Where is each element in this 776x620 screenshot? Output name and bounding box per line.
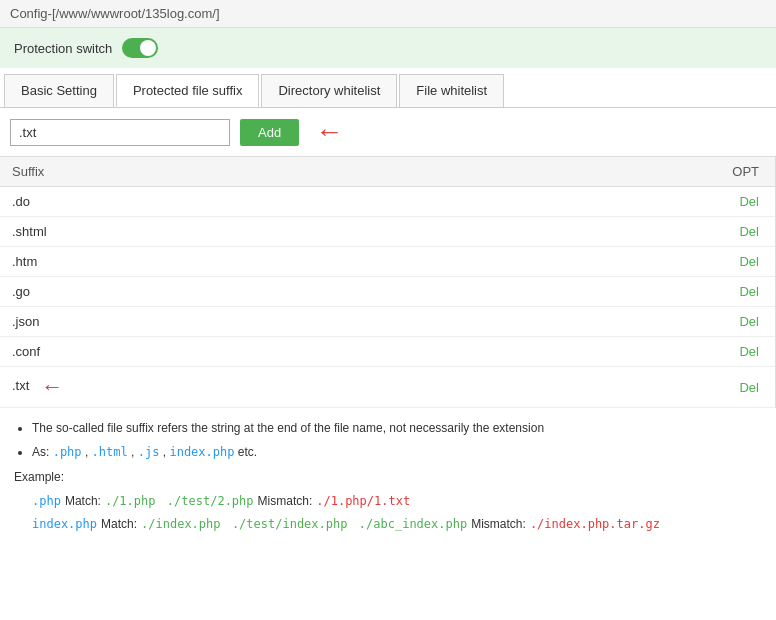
table-row: .htmDel (0, 247, 775, 277)
title-bar: Config-[/www/wwwroot/135log.com/] (0, 0, 776, 28)
del-cell: Del (449, 307, 775, 337)
del-cell: Del (449, 187, 775, 217)
suffix-table-wrapper[interactable]: Suffix OPT .doDel.shtmlDel.htmDel.goDel.… (0, 156, 776, 408)
col-opt: OPT (449, 157, 775, 187)
table-row: .jsonDel (0, 307, 775, 337)
suffix-cell: .txt← (0, 367, 449, 408)
del-link[interactable]: Del (739, 224, 759, 239)
toggle-thumb (140, 40, 156, 56)
del-link[interactable]: Del (739, 194, 759, 209)
tab-protected-file-suffix[interactable]: Protected file suffix (116, 74, 260, 107)
tab-basic-setting[interactable]: Basic Setting (4, 74, 114, 107)
del-cell: Del (449, 367, 775, 408)
del-link[interactable]: Del (739, 314, 759, 329)
suffix-cell: .do (0, 187, 449, 217)
del-link[interactable]: Del (739, 344, 759, 359)
del-cell: Del (449, 277, 775, 307)
table-row: .shtmlDel (0, 217, 775, 247)
col-suffix: Suffix (0, 157, 449, 187)
tabs-container: Basic Setting Protected file suffix Dire… (0, 68, 776, 108)
table-row: .goDel (0, 277, 775, 307)
example-row-2: index.php Match: ./index.php ./test/inde… (32, 514, 762, 536)
input-area: Add ← (0, 108, 776, 156)
tab-file-whitelist[interactable]: File whitelist (399, 74, 504, 107)
protection-bar: Protection switch (0, 28, 776, 68)
del-link[interactable]: Del (739, 254, 759, 269)
del-cell: Del (449, 337, 775, 367)
table-row: .txt←Del (0, 367, 775, 408)
notes-section: The so-called file suffix refers the str… (0, 408, 776, 546)
del-cell: Del (449, 247, 775, 277)
suffix-cell: .conf (0, 337, 449, 367)
table-row: .confDel (0, 337, 775, 367)
suffix-cell: .json (0, 307, 449, 337)
table-header-row: Suffix OPT (0, 157, 775, 187)
note-line2: As: .php , .html , .js , index.php etc. (32, 442, 762, 464)
title-text: Config-[/www/wwwroot/135log.com/] (10, 6, 220, 21)
del-cell: Del (449, 217, 775, 247)
del-link[interactable]: Del (739, 380, 759, 395)
toggle-track (122, 38, 158, 58)
suffix-cell: .go (0, 277, 449, 307)
tab-directory-whitelist[interactable]: Directory whitelist (261, 74, 397, 107)
suffix-input[interactable] (10, 119, 230, 146)
note-line1: The so-called file suffix refers the str… (32, 418, 762, 440)
suffix-table: Suffix OPT .doDel.shtmlDel.htmDel.goDel.… (0, 156, 775, 408)
table-row: .doDel (0, 187, 775, 217)
protection-label: Protection switch (14, 41, 112, 56)
add-arrow-icon: ← (315, 118, 343, 146)
suffix-cell: .shtml (0, 217, 449, 247)
add-button[interactable]: Add (240, 119, 299, 146)
example-label: Example: (14, 467, 762, 489)
row-arrow-icon: ← (41, 374, 63, 399)
example-row-1: .php Match: ./1.php ./test/2.php Mismatc… (32, 491, 762, 513)
suffix-cell: .htm (0, 247, 449, 277)
protection-toggle[interactable] (122, 38, 158, 58)
del-link[interactable]: Del (739, 284, 759, 299)
